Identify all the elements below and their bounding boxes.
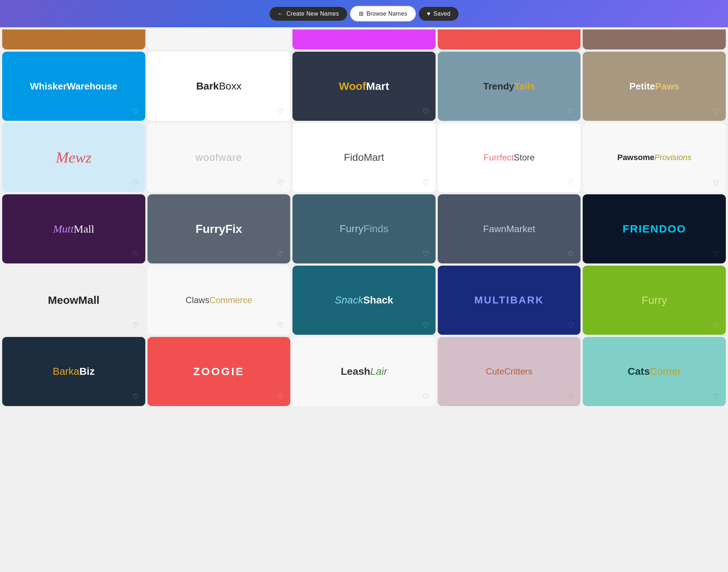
card-woof-mart: WoofMart♡ xyxy=(292,52,436,121)
card-partial-4 xyxy=(583,29,726,49)
heart-button[interactable]: ♡ xyxy=(713,321,719,330)
card-mutt-mall: MuttMall♡ xyxy=(2,194,145,263)
card-pawsome-provisions: PawsomeProvisions♡ xyxy=(583,123,726,192)
card-name: FurryFinds xyxy=(336,219,392,238)
app-container: ← Create New Names ⊞ Browse Names ♥ Save… xyxy=(0,0,728,408)
heart-button[interactable]: ♡ xyxy=(422,107,429,116)
card-friendoo: FRIENDOO♡ xyxy=(583,194,726,263)
card-petite-paws: PetitePaws♡ xyxy=(583,52,726,121)
card-mewz: Mewz♡ xyxy=(2,123,145,192)
heart-button[interactable]: ♡ xyxy=(713,178,719,187)
heart-button[interactable]: ♡ xyxy=(422,250,429,258)
heart-button[interactable]: ♡ xyxy=(713,250,719,258)
saved-label: Saved xyxy=(433,11,450,17)
heart-button[interactable]: ♡ xyxy=(422,178,429,187)
create-new-names-button[interactable]: ← Create New Names xyxy=(269,7,347,21)
card-partial-0 xyxy=(2,29,145,49)
heart-button[interactable]: ♡ xyxy=(713,392,719,401)
heart-button[interactable]: ♡ xyxy=(277,321,284,330)
card-name: woofware xyxy=(192,148,246,167)
card-partial-1 xyxy=(147,29,291,49)
card-name: LeashLair xyxy=(337,362,391,381)
card-name: FawnMarket xyxy=(480,220,539,238)
card-meow-mall: MeowMall♡ xyxy=(2,266,145,335)
card-fido-mart: FidoMart♡ xyxy=(292,123,436,192)
card-furry-finds: FurryFinds♡ xyxy=(292,194,436,263)
card-claws-commerce: ClawsCommerce♡ xyxy=(147,266,291,335)
saved-button[interactable]: ♥ Saved xyxy=(419,7,459,21)
card-furry-green: Furry♡ xyxy=(583,266,726,335)
card-bark-boxx: BarkBoxx♡ xyxy=(147,52,291,121)
card-name: FurryFix xyxy=(192,219,246,239)
card-partial-3 xyxy=(438,29,581,49)
card-furry-fix: FurryFix♡ xyxy=(147,194,291,263)
card-snack-shack: SnackShack♡ xyxy=(292,266,436,335)
heart-button[interactable]: ♡ xyxy=(132,178,139,187)
card-name: Mewz xyxy=(52,145,95,170)
card-name: BarkBoxx xyxy=(193,77,245,96)
card-name: PetitePaws xyxy=(626,77,683,96)
card-name: MULTIBARK xyxy=(471,291,547,310)
card-trendy-tails: TrendyTails♡ xyxy=(438,52,581,121)
browse-names-button[interactable]: ⊞ Browse Names xyxy=(350,6,416,21)
heart-button[interactable]: ♡ xyxy=(277,250,284,258)
arrow-left-icon: ← xyxy=(278,11,283,17)
card-name: WoofMart xyxy=(335,76,393,96)
create-new-names-label: Create New Names xyxy=(286,11,339,17)
card-name: CuteCritters xyxy=(482,363,536,380)
card-cats-corner: CatsCorner♡ xyxy=(583,337,726,406)
heart-button[interactable]: ♡ xyxy=(132,250,139,258)
heart-button[interactable]: ♡ xyxy=(132,392,139,401)
heart-button[interactable]: ♡ xyxy=(132,321,139,330)
heart-button[interactable]: ♡ xyxy=(132,107,139,116)
card-multibark: MULTIBARK♡ xyxy=(438,266,581,335)
grid-icon: ⊞ xyxy=(359,10,363,17)
card-name: FidoMart xyxy=(340,148,387,167)
card-name: TrendyTails xyxy=(480,77,539,96)
card-whisker-warehouse: WhiskerWarehouse♡ xyxy=(2,52,145,121)
heart-button[interactable]: ♡ xyxy=(277,178,284,187)
card-name: Furry xyxy=(638,290,671,310)
heart-button[interactable]: ♡ xyxy=(567,321,574,330)
heart-button[interactable]: ♡ xyxy=(567,392,574,401)
card-name: MuttMall xyxy=(50,219,98,239)
heart-button[interactable]: ♡ xyxy=(422,392,429,401)
card-leash-lair: LeashLair♡ xyxy=(292,337,436,406)
card-name: FRIENDOO xyxy=(619,219,690,239)
card-barka-biz: BarkaBiz♡ xyxy=(2,337,145,406)
heart-button[interactable]: ♡ xyxy=(567,250,574,258)
heart-button[interactable]: ♡ xyxy=(713,107,719,116)
card-name: BarkaBiz xyxy=(49,362,98,381)
card-cute-critters: CuteCritters♡ xyxy=(438,337,581,406)
card-name: CatsCorner xyxy=(624,362,685,381)
heart-button[interactable]: ♡ xyxy=(277,392,284,401)
heart-button[interactable]: ♡ xyxy=(567,178,574,187)
card-furrfect-store: FurrfectStore♡ xyxy=(438,123,581,192)
card-zoogie: ZOOGIE♡ xyxy=(147,337,291,406)
card-name: PawsomeProvisions xyxy=(614,149,695,166)
heart-icon: ♥ xyxy=(427,11,430,17)
card-name: ZOOGIE xyxy=(190,362,248,381)
card-name: FurrfectStore xyxy=(480,149,538,166)
card-partial-2 xyxy=(292,29,436,49)
browse-names-label: Browse Names xyxy=(366,11,407,17)
card-woofware: woofware♡ xyxy=(147,123,291,192)
card-name: WhiskerWarehouse xyxy=(26,77,121,96)
card-fawn-market: FawnMarket♡ xyxy=(438,194,581,263)
card-grid: WhiskerWarehouse♡BarkBoxx♡WoofMart♡Trend… xyxy=(0,49,728,408)
card-name: MeowMall xyxy=(44,290,103,310)
heart-button[interactable]: ♡ xyxy=(277,107,284,116)
card-name: SnackShack xyxy=(331,291,397,310)
heart-button[interactable]: ♡ xyxy=(567,107,574,116)
header: ← Create New Names ⊞ Browse Names ♥ Save… xyxy=(0,0,728,27)
card-name: ClawsCommerce xyxy=(182,291,256,309)
heart-button[interactable]: ♡ xyxy=(422,321,429,330)
